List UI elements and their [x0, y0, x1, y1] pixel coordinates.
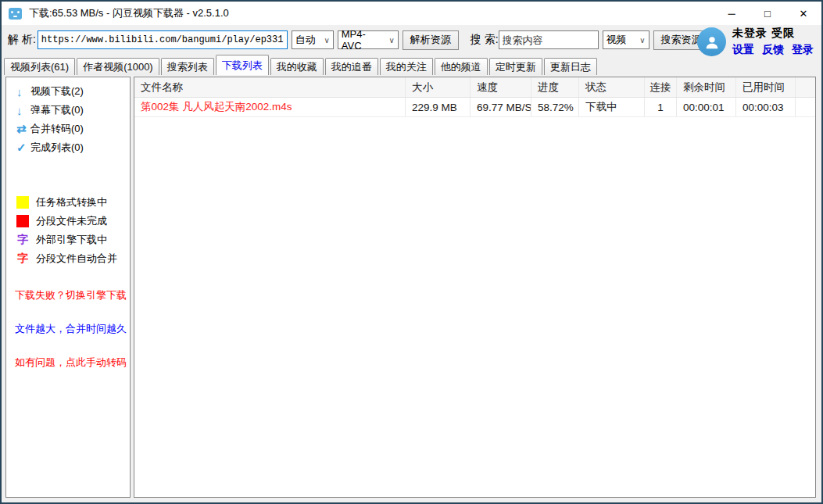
- red-swatch-icon: [16, 215, 29, 227]
- download-icon: ↓: [16, 85, 30, 98]
- parse-label: 解 析:: [8, 33, 36, 47]
- maximize-button[interactable]: □: [750, 2, 785, 25]
- tab-author-videos[interactable]: 作者视频(1000): [77, 58, 159, 75]
- tab-bar: 视频列表(61) 作者视频(1000) 搜索列表 下载列表 我的收藏 我的追番 …: [2, 55, 821, 75]
- chevron-down-icon: ∨: [384, 36, 394, 45]
- swap-arrows-icon: ⇄: [16, 122, 30, 136]
- cell-filler: [796, 98, 815, 116]
- mode-select-value: 自动: [295, 33, 316, 47]
- column-header-speed[interactable]: 速度: [471, 77, 531, 97]
- sidebar-item-danmaku-download[interactable]: ↓ 弹幕下载(0): [6, 101, 130, 120]
- cell-status: 下载中: [579, 98, 645, 116]
- cell-filename: 第002集 凡人风起天南2002.m4s: [134, 98, 406, 116]
- tip-merge-time: 文件越大，合并时间越久: [15, 322, 130, 336]
- url-input[interactable]: [38, 30, 288, 49]
- format-select-value: MP4-AVC: [342, 28, 385, 52]
- column-header-connections[interactable]: 连接: [645, 77, 677, 97]
- search-input[interactable]: [499, 30, 599, 49]
- tip-switch-engine[interactable]: 下载失败？切换引擎下载: [15, 288, 130, 302]
- tab-his-channel[interactable]: 他的频道: [435, 58, 488, 75]
- title-bar: 下载:65.53 MB/s - 闪豆视频下载器 - v2.5.1.0 ─ □ ✕: [2, 2, 821, 25]
- sidebar-item-merge-transcode[interactable]: ⇄ 合并转码(0): [6, 120, 130, 138]
- legend-segment-incomplete: 分段文件未完成: [6, 212, 130, 231]
- column-header-elapsed-time[interactable]: 已用时间: [736, 77, 796, 97]
- mode-select[interactable]: 自动 ∨: [292, 30, 334, 49]
- settings-link[interactable]: 设置: [732, 43, 754, 57]
- content-area: ↓ 视频下载(2) ↓ 弹幕下载(0) ⇄ 合并转码(0) ✓ 完成列表(0) …: [2, 75, 821, 502]
- check-icon: ✓: [16, 141, 30, 155]
- account-block: 未登录 受限 设置 反馈 登录: [697, 27, 814, 57]
- cell-elapsed-time: 00:00:03: [736, 98, 796, 116]
- sidebar-item-completed-list[interactable]: ✓ 完成列表(0): [6, 138, 130, 157]
- column-header-status[interactable]: 状态: [579, 77, 645, 97]
- format-select[interactable]: MP4-AVC ∨: [338, 30, 399, 49]
- cell-speed: 69.77 MB/S: [471, 98, 531, 116]
- download-icon: ↓: [16, 104, 30, 117]
- legend-auto-merge: 字 分段文件自动合并: [6, 249, 130, 268]
- chevron-down-icon: ∨: [319, 36, 329, 45]
- feedback-link[interactable]: 反馈: [762, 43, 784, 57]
- sidebar-tips: 下载失败？切换引擎下载 文件越大，合并时间越久 如有问题，点此手动转码: [6, 288, 130, 370]
- tab-video-list[interactable]: 视频列表(61): [4, 58, 75, 75]
- tab-my-bangumi[interactable]: 我的追番: [325, 58, 378, 75]
- window-title: 下载:65.53 MB/s - 闪豆视频下载器 - v2.5.1.0: [29, 6, 229, 20]
- column-header-progress[interactable]: 进度: [531, 77, 579, 97]
- sidebar-item-video-download[interactable]: ↓ 视频下载(2): [6, 82, 130, 101]
- cell-progress: 58.72%: [531, 98, 579, 116]
- type-select-value: 视频: [607, 33, 627, 47]
- tab-changelog[interactable]: 更新日志: [544, 58, 597, 75]
- column-header-filler: [796, 77, 815, 97]
- close-button[interactable]: ✕: [785, 2, 821, 25]
- column-header-remaining-time[interactable]: 剩余时间: [677, 77, 736, 97]
- cell-size: 229.9 MB: [406, 98, 471, 116]
- table-header: 文件名称 大小 速度 进度 状态 连接 剩余时间 已用时间: [134, 77, 815, 98]
- download-table: 文件名称 大小 速度 进度 状态 连接 剩余时间 已用时间 第002集 凡人风起…: [134, 77, 816, 498]
- cell-connections: 1: [645, 98, 677, 116]
- tab-download-list[interactable]: 下载列表: [216, 55, 269, 75]
- type-select[interactable]: 视频 ∨: [603, 30, 649, 49]
- red-char-icon: 字: [16, 252, 29, 266]
- table-row[interactable]: 第002集 凡人风起天南2002.m4s 229.9 MB 69.77 MB/S…: [134, 98, 815, 117]
- login-status: 未登录 受限: [732, 27, 795, 41]
- status-legend: 任务格式转换中 分段文件未完成 字 外部引擎下载中 字 分段文件自动合并: [6, 193, 130, 268]
- parse-resource-button[interactable]: 解析资源: [403, 30, 459, 50]
- legend-transcoding: 任务格式转换中: [6, 193, 130, 212]
- cell-remaining-time: 00:00:01: [677, 98, 736, 116]
- app-window: 下载:65.53 MB/s - 闪豆视频下载器 - v2.5.1.0 ─ □ ✕…: [0, 0, 823, 504]
- column-header-filename[interactable]: 文件名称: [134, 77, 406, 97]
- sidebar: ↓ 视频下载(2) ↓ 弹幕下载(0) ⇄ 合并转码(0) ✓ 完成列表(0) …: [5, 77, 131, 498]
- purple-char-icon: 字: [16, 233, 29, 247]
- chevron-down-icon: ∨: [635, 36, 645, 45]
- yellow-swatch-icon: [16, 196, 29, 209]
- search-label: 搜 索:: [471, 33, 499, 47]
- user-avatar-icon[interactable]: [697, 27, 726, 56]
- legend-external-engine: 字 外部引擎下载中: [6, 231, 130, 249]
- tip-manual-transcode[interactable]: 如有问题，点此手动转码: [15, 356, 130, 370]
- tab-scheduled-update[interactable]: 定时更新: [489, 58, 542, 75]
- login-link[interactable]: 登录: [792, 43, 814, 57]
- column-header-size[interactable]: 大小: [406, 77, 471, 97]
- minimize-button[interactable]: ─: [714, 2, 750, 25]
- tab-search-list[interactable]: 搜索列表: [161, 58, 214, 75]
- tab-my-favorites[interactable]: 我的收藏: [270, 58, 324, 75]
- app-icon: [9, 8, 22, 20]
- tab-my-follows[interactable]: 我的关注: [380, 58, 433, 75]
